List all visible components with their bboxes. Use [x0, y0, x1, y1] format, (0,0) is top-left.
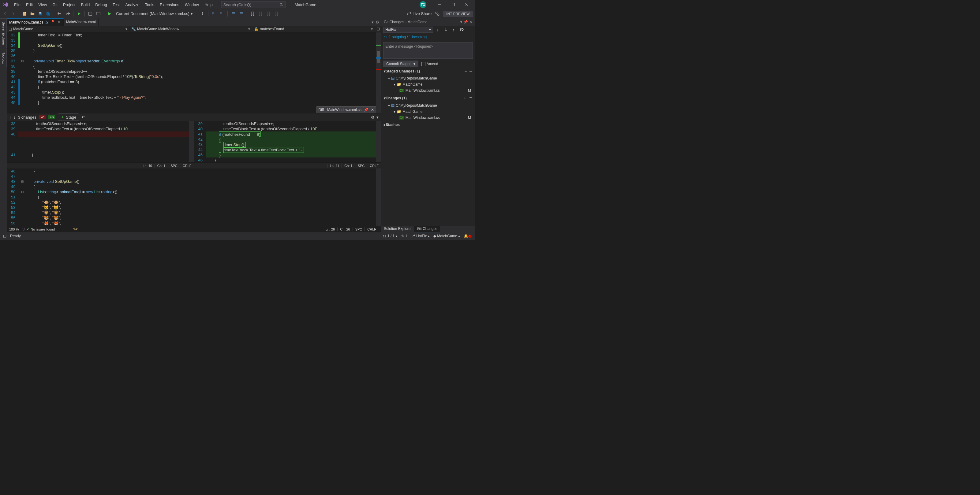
pin-icon[interactable]: 📍: [50, 20, 56, 25]
fetch-icon[interactable]: ↓: [434, 26, 441, 33]
menu-git[interactable]: Git: [50, 1, 60, 8]
indent-button[interactable]: [230, 10, 237, 17]
nav-class[interactable]: 🔧MatchGame.MainWindow▾: [129, 26, 252, 32]
code-line[interactable]: tenthsOfSecondsElapsed++;: [18, 121, 189, 126]
code-line[interactable]: }: [206, 157, 376, 162]
user-avatar[interactable]: TG: [420, 1, 426, 8]
debug-target[interactable]: Current Document (MainWindow.xaml.cs) ▾: [114, 11, 195, 16]
code-line[interactable]: [24, 174, 376, 179]
code-line[interactable]: {: [24, 63, 376, 69]
code-line[interactable]: [18, 136, 189, 142]
live-share-button[interactable]: Live Share: [407, 11, 431, 16]
unstage-icon[interactable]: −: [465, 69, 467, 73]
menu-build[interactable]: Build: [78, 1, 92, 8]
diff-prev-icon[interactable]: ↑: [9, 115, 11, 119]
branch-status[interactable]: ⎇ HotFix ▴: [411, 234, 430, 238]
new-item-button[interactable]: [21, 10, 28, 17]
code-line[interactable]: }: [24, 100, 376, 105]
code-line[interactable]: timeTextBlock.Text = (tenthsOfSecondsEla…: [18, 126, 189, 132]
panel-pin-icon[interactable]: 📌: [463, 20, 468, 24]
split-icon[interactable]: ⊞: [375, 26, 381, 32]
code-line[interactable]: SetUpGame();: [24, 43, 376, 48]
tree-file-row[interactable]: C# MainWindow.xaml.csM: [383, 87, 474, 94]
code-line[interactable]: List<string> animalEmoji = new List<stri…: [24, 189, 376, 194]
tabs-dropdown-icon[interactable]: ▾: [372, 20, 374, 24]
code-line[interactable]: }: [18, 152, 189, 157]
code-line[interactable]: }: [24, 168, 376, 174]
code-line[interactable]: private void Timer_Tick(object sender, E…: [24, 59, 376, 63]
diff-dropdown-icon[interactable]: ▾: [377, 115, 379, 119]
notifications-icon[interactable]: 🔔1: [464, 234, 472, 238]
minimize-button[interactable]: [434, 0, 446, 9]
menu-edit[interactable]: Edit: [24, 1, 35, 8]
pin-icon[interactable]: 📌: [364, 108, 369, 112]
panel-tab-solution-explorer[interactable]: Solution Explorer: [381, 225, 414, 232]
code-line[interactable]: {: [24, 84, 376, 90]
code-line[interactable]: "🦁", "🦁",: [24, 210, 376, 215]
code-line[interactable]: if (matchesFound == 8): [24, 79, 376, 84]
sync-icon[interactable]: 🗘: [458, 26, 465, 33]
diff-next-icon[interactable]: ↓: [14, 115, 16, 119]
close-button[interactable]: [461, 0, 473, 9]
redo-button[interactable]: [64, 10, 71, 17]
outdent-button[interactable]: [238, 10, 245, 17]
browser-button[interactable]: [95, 10, 102, 17]
tabs-settings-icon[interactable]: ⚙: [375, 20, 379, 24]
code-line[interactable]: timeTextBlock.Text = (tenthsOfSecondsEla…: [206, 126, 376, 132]
menu-extensions[interactable]: Extensions: [158, 1, 182, 8]
build-button[interactable]: [87, 10, 94, 17]
menu-help[interactable]: Help: [202, 1, 215, 8]
code-line[interactable]: }: [206, 152, 376, 157]
editor-scrollbar[interactable]: [376, 32, 381, 113]
more-icon[interactable]: ⋯: [469, 95, 472, 101]
menu-window[interactable]: Window: [182, 1, 201, 8]
save-button[interactable]: [37, 10, 44, 17]
open-button[interactable]: [29, 10, 36, 17]
code-line[interactable]: {: [24, 194, 376, 200]
code-line[interactable]: "🐱", "🐱",: [24, 205, 376, 210]
stage-button[interactable]: ＋Stage: [58, 113, 79, 121]
menu-analyze[interactable]: Analyze: [123, 1, 142, 8]
feedback-icon[interactable]: [434, 10, 441, 17]
bookmark-button[interactable]: [249, 10, 256, 17]
bookmark-next[interactable]: [265, 10, 272, 17]
side-tab-toolbox[interactable]: Toolbox: [0, 49, 7, 67]
code-line[interactable]: }: [24, 48, 376, 53]
repo-status[interactable]: ◆ MatchGame ▴: [433, 234, 460, 238]
push-icon[interactable]: ↑: [450, 26, 457, 33]
code-line[interactable]: timer.Tick += Timer_Tick;: [24, 32, 376, 38]
search-box[interactable]: Search (Ctrl+Q): [221, 1, 286, 8]
start-debug-button[interactable]: [106, 10, 113, 17]
code-line[interactable]: tenthsOfSecondsElapsed++;: [206, 121, 376, 126]
stage-all-icon[interactable]: ＋: [463, 95, 467, 101]
panel-close-icon[interactable]: ✕: [469, 20, 472, 24]
pen-icon[interactable]: ✎▾: [73, 227, 78, 231]
save-all-button[interactable]: [45, 10, 52, 17]
back-button[interactable]: [2, 10, 9, 17]
forward-button[interactable]: [10, 10, 16, 17]
commit-button[interactable]: Commit Staged▾: [383, 60, 418, 67]
tree-project-row[interactable]: ▾ 📁 MatchGame: [383, 81, 474, 87]
code-line[interactable]: tenthsOfSecondsElapsed++;: [24, 69, 376, 74]
menu-test[interactable]: Test: [110, 1, 123, 8]
intellicode-icon[interactable]: ⬡: [22, 227, 25, 231]
code-line[interactable]: if (matchesFound == 8): [206, 132, 376, 136]
code-line[interactable]: timeTextBlock.Text = timeTextBlock.Text …: [206, 147, 376, 152]
menu-file[interactable]: File: [12, 1, 23, 8]
commit-message-input[interactable]: Enter a message <Required>: [383, 42, 473, 59]
bookmark-clear[interactable]: [273, 10, 280, 17]
branch-dropdown[interactable]: HotFix ▾: [383, 27, 433, 33]
tree-repo-row[interactable]: ▾ ▤ C:\MyRepos\MatchGame: [383, 75, 474, 81]
code-line[interactable]: "🐵", "🐵",: [24, 200, 376, 205]
stashes-header[interactable]: ▸ Stashes: [381, 121, 475, 129]
nav-member[interactable]: 🔒matchesFound▾: [252, 26, 375, 32]
code-line[interactable]: timeTextBlock.Text = (tenthsOfSecondsEla…: [24, 74, 376, 79]
nav-namespace[interactable]: ▢MatchGame▾: [7, 26, 129, 32]
bookmark-prev[interactable]: [257, 10, 264, 17]
code-line[interactable]: [18, 142, 189, 147]
output-icon[interactable]: ▢: [3, 234, 6, 238]
pending-edits[interactable]: ✎ 1: [401, 234, 407, 238]
close-icon[interactable]: ✕: [371, 108, 374, 112]
menu-tools[interactable]: Tools: [143, 1, 157, 8]
code-line[interactable]: timer.Stop();: [24, 90, 376, 95]
